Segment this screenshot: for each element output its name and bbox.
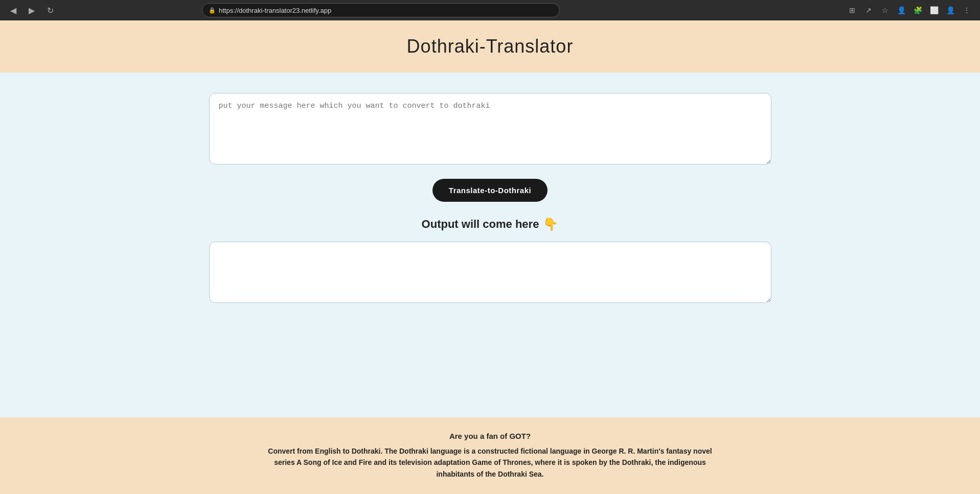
- browser-chrome: ◀ ▶ ↻ 🔒 https://dothraki-translator23.ne…: [0, 0, 980, 20]
- bookmark-button[interactable]: ☆: [878, 3, 892, 17]
- site-header: Dothraki-Translator: [0, 20, 980, 73]
- footer-description: Convert from English to Dothraki. The Do…: [260, 445, 720, 480]
- output-label: Output will come here 👇: [422, 217, 559, 231]
- address-bar[interactable]: 🔒 https://dothraki-translator23.netlify.…: [202, 3, 560, 17]
- window-icon[interactable]: ⬜: [927, 3, 941, 17]
- pointing-down-icon: 👇: [543, 217, 558, 231]
- reload-button[interactable]: ↻: [43, 3, 57, 17]
- back-button[interactable]: ◀: [6, 3, 20, 17]
- profile-icon[interactable]: 👤: [894, 3, 908, 17]
- lock-icon: 🔒: [209, 7, 216, 14]
- footer-question: Are you a fan of GOT?: [10, 432, 970, 440]
- share-button[interactable]: ↗: [861, 3, 876, 17]
- translate-button[interactable]: Translate-to-Dothraki: [432, 179, 548, 202]
- main-content: Translate-to-Dothraki Output will come h…: [0, 73, 980, 417]
- input-textarea[interactable]: [209, 93, 771, 164]
- page-title: Dothraki-Translator: [10, 36, 970, 57]
- output-label-text: Output will come here: [422, 218, 539, 231]
- browser-actions: ⊞ ↗ ☆ 👤 🧩 ⬜ 👤 ⋮: [845, 3, 974, 17]
- extensions-icon[interactable]: 🧩: [910, 3, 925, 17]
- cast-button[interactable]: ⊞: [845, 3, 859, 17]
- menu-icon[interactable]: ⋮: [960, 3, 974, 17]
- site-footer: Are you a fan of GOT? Convert from Engli…: [0, 417, 980, 494]
- forward-button[interactable]: ▶: [25, 3, 39, 17]
- output-textarea[interactable]: [209, 242, 771, 303]
- url-text: https://dothraki-translator23.netlify.ap…: [219, 7, 553, 14]
- avatar-icon[interactable]: 👤: [943, 3, 958, 17]
